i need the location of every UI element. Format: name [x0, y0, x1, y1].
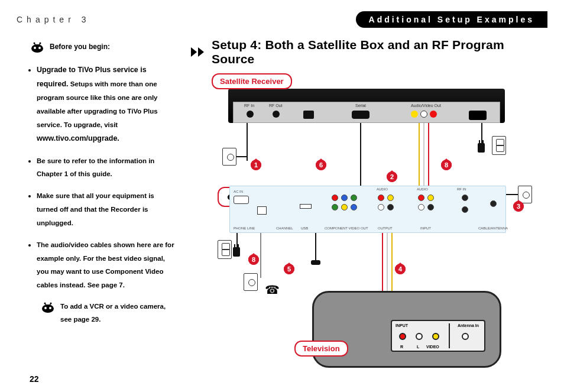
sat-video-port — [411, 111, 418, 118]
svg-point-1 — [34, 47, 36, 49]
bullet-1-tail: www.tivo.com/upgrade. — [37, 134, 119, 142]
svg-point-8 — [44, 303, 46, 304]
recorder-acin-port — [234, 196, 249, 204]
sat-avout-label: Audio/Video Out — [411, 103, 441, 108]
marker-4: 4 — [395, 264, 406, 274]
marker-2: 2 — [387, 171, 397, 182]
coax-wallplate-icon — [222, 148, 236, 166]
svg-point-7 — [49, 307, 51, 309]
wire-sat-audio-r — [428, 123, 429, 188]
marker-8a: 8 — [441, 160, 452, 170]
marker-1: 1 — [251, 160, 261, 170]
plug-icon — [478, 143, 485, 153]
power-outlet-icon — [492, 136, 506, 155]
marker-8b: 8 — [248, 254, 259, 265]
tv-sub-r: R — [400, 345, 403, 349]
tv-port-video — [432, 333, 439, 340]
marker-3: 3 — [513, 201, 524, 212]
wire-sat-video — [419, 123, 420, 188]
bullet-2: Be sure to refer to the information in C… — [37, 154, 176, 182]
sat-serial-port — [352, 111, 369, 119]
recorder-back-panel: AC IN PHONE LINE CHANNEL USB COMPONENT V… — [229, 186, 506, 233]
television-input-panel: INPUT Antenna In R L VIDEO — [391, 320, 485, 352]
svg-point-4 — [40, 43, 41, 44]
wire-ir — [315, 233, 316, 261]
sat-rfout-label: RF Out — [269, 103, 283, 108]
wire-sat-audio-l — [423, 123, 424, 188]
power-outlet-icon — [218, 240, 232, 259]
sat-phone-port — [303, 111, 314, 119]
svg-point-2 — [38, 47, 41, 49]
sat-audio-r-port — [430, 111, 437, 118]
wire-phone — [260, 233, 261, 278]
svg-point-9 — [50, 303, 52, 304]
before-you-begin-sidebar: Before you begin: Upgrade to TiVo Plus s… — [17, 38, 176, 369]
tv-sub-video: VIDEO — [426, 345, 439, 349]
satellite-receiver-label: Satellite Receiver — [212, 73, 292, 89]
vcr-note: To add a VCR or a video camera, see page… — [60, 300, 167, 326]
sat-power-port — [469, 111, 487, 120]
plug-icon — [233, 247, 240, 257]
tv-antenna-label: Antenna In — [453, 323, 483, 328]
tivo-logo-icon — [30, 40, 45, 53]
tv-sub-l: L — [417, 345, 419, 349]
marker-5: 5 — [284, 264, 294, 274]
recorder-phone-port — [257, 206, 267, 215]
wire-rfin — [247, 123, 248, 161]
before-you-begin-label: Before you begin: — [50, 40, 110, 54]
sat-rfin-label: RF In — [244, 103, 254, 108]
connection-diagram: RF In RF Out Serial Audio/Video Out Sate… — [194, 72, 525, 368]
tv-port-antenna — [462, 333, 469, 340]
telephone-icon: ☎ — [265, 283, 280, 297]
page-number: 22 — [30, 374, 39, 384]
sat-serial-label: Serial — [355, 103, 366, 108]
tv-port-r — [399, 333, 406, 340]
ir-blaster-icon — [311, 260, 320, 265]
double-arrow-icon — [190, 47, 206, 57]
page-title: Setup 4: Both a Satellite Box and an RF … — [212, 38, 547, 66]
tivo-logo-icon — [40, 300, 56, 313]
sat-audio-l-port — [420, 111, 427, 118]
phone-wallplate-icon — [244, 273, 258, 291]
main-content: Setup 4: Both a Satellite Box and an RF … — [188, 38, 547, 369]
bullet-1: Upgrade to TiVo Plus service is required… — [37, 63, 176, 146]
television-label: Television — [294, 341, 348, 357]
bullet-3: Make sure that all your equipment is tur… — [37, 189, 176, 230]
wire-serial — [360, 123, 361, 186]
recorder-usb-port — [300, 204, 312, 209]
sat-rfin-port — [247, 111, 254, 118]
tv-port-l — [416, 333, 423, 340]
marker-6: 6 — [316, 160, 326, 170]
svg-point-6 — [44, 307, 47, 309]
svg-point-3 — [34, 43, 35, 44]
chapter-label: Chapter 3 — [17, 15, 90, 24]
satellite-receiver-panel: RF In RF Out Serial Audio/Video Out — [233, 102, 500, 123]
sat-rfout-port — [273, 111, 280, 118]
tv-input-label: INPUT — [396, 323, 408, 328]
section-pill: Additional Setup Examples — [356, 11, 547, 28]
bullet-4: The audio/video cables shown here are fo… — [37, 238, 176, 292]
